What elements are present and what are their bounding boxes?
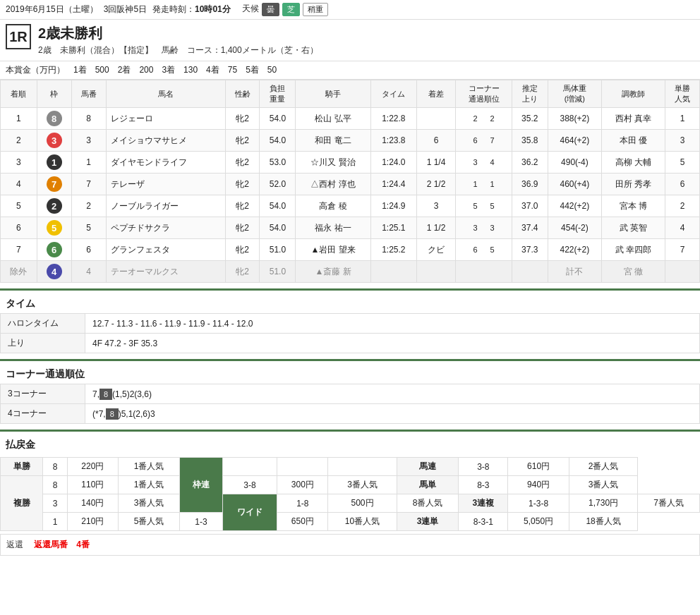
table-row: 7 6 6 グランフェスタ 牝2 51.0 ▲岩田 望来 1:25.2 クビ 6… xyxy=(1,239,700,261)
cell-horsenum: 7 xyxy=(71,173,106,195)
table-row: 除外 4 4 テーオーマルクス 牝2 51.0 ▲斎藤 新 計不 宮 徹 xyxy=(1,261,700,283)
cell-frame: 7 xyxy=(37,173,71,195)
agari-label: 上り xyxy=(1,334,85,353)
cell-weight: 51.0 xyxy=(260,239,296,261)
umatan-amount: 940円 xyxy=(508,476,569,494)
cell-horseweight: 460(+4) xyxy=(548,173,601,195)
wakuren-label: 枠連 xyxy=(180,458,222,513)
cell-trainer: 本田 優 xyxy=(602,130,665,152)
cell-trainer: 高柳 大輔 xyxy=(602,152,665,173)
cell-horsename: メイショウマサヒメ xyxy=(106,130,225,152)
col-odds: 単勝人気 xyxy=(665,80,700,108)
fukusho-num3: 1 xyxy=(43,513,68,531)
cell-margin xyxy=(416,261,455,283)
cell-horsenum: 6 xyxy=(71,239,106,261)
cell-time: 1:23.8 xyxy=(370,130,416,152)
umatan-num: 8-3 xyxy=(459,476,508,494)
fukusho-amount3: 210円 xyxy=(67,513,118,531)
umaren-label: 馬連 xyxy=(397,458,459,476)
race-title-section: 1R 2歳未勝利 2歳 未勝利（混合）【指定】 馬齢 コース：1,400メートル… xyxy=(0,20,700,61)
cell-horseweight: 442(+2) xyxy=(548,195,601,217)
race-number: 1R xyxy=(6,24,31,49)
cell-weight: 54.0 xyxy=(260,108,296,130)
prize-bar: 本賞金（万円） 1着 500 2着 200 3着 130 4着 75 5着 50 xyxy=(0,61,700,80)
cell-last3f: 37.3 xyxy=(512,239,548,261)
cell-trainer: 西村 真幸 xyxy=(602,108,665,130)
cell-horsename: ダイヤモンドライフ xyxy=(106,152,225,173)
weather-badge: 曇 xyxy=(262,3,279,16)
cell-horseweight: 464(+2) xyxy=(548,130,601,152)
race-title-text: 2歳未勝利 2歳 未勝利（混合）【指定】 馬齢 コース：1,400メートル（芝・… xyxy=(38,24,318,56)
cell-sexage: 牝2 xyxy=(225,130,260,152)
cell-time xyxy=(370,261,416,283)
wide-num1: 3-8 xyxy=(222,476,277,494)
cell-horsenum: 5 xyxy=(71,217,106,239)
corner4-value: (*7,8)5,1(2,6)3 xyxy=(85,404,700,424)
corner3-label: 3コーナー xyxy=(1,384,85,404)
table-row: 6 5 5 ペプチドサクラ 牝2 54.0 福永 祐一 1:25.1 1 1/2… xyxy=(1,217,700,239)
table-row: 2 3 3 メイショウマサヒメ 牝2 54.0 和田 竜二 1:23.8 6 6… xyxy=(1,130,700,152)
cell-trainer: 宮本 博 xyxy=(602,195,665,217)
cell-rank: 5 xyxy=(1,195,37,217)
cell-horsenum: 3 xyxy=(71,130,106,152)
fukusho-label: 複勝 xyxy=(1,476,43,531)
wide-amount3: 650円 xyxy=(277,513,328,531)
cell-frame: 1 xyxy=(37,152,71,173)
payout-table: 単勝 8 220円 1番人気 枠連 馬連 3-8 610円 2番人気 複勝 8 … xyxy=(0,457,700,531)
fukusho-amount1: 110円 xyxy=(67,476,118,494)
fukusho-pop3: 5番人気 xyxy=(118,513,180,531)
sanrenpuku-popularity: 7番人気 xyxy=(638,494,700,513)
sanrentan-label: 3連単 xyxy=(397,513,459,531)
fukusho-pop2: 3番人気 xyxy=(118,494,180,513)
cell-rank: 6 xyxy=(1,217,37,239)
cell-margin xyxy=(416,108,455,130)
cell-last3f: 37.0 xyxy=(512,195,548,217)
cell-time: 1:24.9 xyxy=(370,195,416,217)
cell-weight: 54.0 xyxy=(260,130,296,152)
cell-corner: 55 xyxy=(456,195,512,217)
fukusho-row3: 1 210円 5番人気 1-3 650円 10番人気 3連単 8-3-1 5,0… xyxy=(1,513,700,531)
prize-2nd: 2着 200 xyxy=(118,64,154,76)
cell-frame: 2 xyxy=(37,195,71,217)
table-row: 1 8 8 レジェーロ 牝2 54.0 松山 弘平 1:22.8 22 35.2… xyxy=(1,108,700,130)
col-corner: コーナー通過順位 xyxy=(456,80,512,108)
cell-frame: 6 xyxy=(37,239,71,261)
cell-trainer: 武 幸四郎 xyxy=(602,239,665,261)
return-label: 返還 xyxy=(6,540,23,549)
cell-rank: 2 xyxy=(1,130,37,152)
col-frame: 枠 xyxy=(37,80,71,108)
wide-num2: 1-8 xyxy=(277,494,328,513)
cell-last3f: 35.2 xyxy=(512,108,548,130)
cell-horsename: テーオーマルクス xyxy=(106,261,225,283)
cell-rank: 1 xyxy=(1,108,37,130)
wide-label: ワイド xyxy=(222,494,277,531)
corner3-value: 7,8(1,5)2(3,6) xyxy=(85,384,700,404)
cell-rank: 4 xyxy=(1,173,37,195)
results-table: 着順 枠 馬番 馬名 性齢 負担重量 騎手 タイム 着差 コーナー通過順位 推定… xyxy=(0,80,700,283)
col-margin: 着差 xyxy=(416,80,455,108)
cell-horseweight: 490(-4) xyxy=(548,152,601,173)
cell-jockey: ▲斎藤 新 xyxy=(296,261,371,283)
cell-last3f xyxy=(512,261,548,283)
cell-sexage: 牝2 xyxy=(225,152,260,173)
cell-margin: 6 xyxy=(416,130,455,152)
cell-jockey: ☆川又 賢治 xyxy=(296,152,371,173)
cell-odds: 6 xyxy=(665,173,700,195)
cell-horseweight: 454(-2) xyxy=(548,217,601,239)
cell-last3f: 35.8 xyxy=(512,130,548,152)
cell-corner: 33 xyxy=(456,217,512,239)
col-time: タイム xyxy=(370,80,416,108)
fukusho-row1: 複勝 8 110円 1番人気 3-8 300円 3番人気 馬単 8-3 940円… xyxy=(1,476,700,494)
cell-odds: 4 xyxy=(665,217,700,239)
race-session: 3回阪神5日 xyxy=(104,4,147,16)
cell-weight: 52.0 xyxy=(260,173,296,195)
fukusho-row2: 3 140円 3番人気 ワイド 1-8 500円 8番人気 3連複 1-3-8 … xyxy=(1,494,700,513)
header-bar: 2019年6月15日（土曜） 3回阪神5日 発走時刻：10時01分 天候 曇 芝… xyxy=(0,0,700,20)
corner3-highlight: 8 xyxy=(99,389,112,400)
corner-table: 3コーナー 7,8(1,5)2(3,6) 4コーナー (*7,8)5,1(2,6… xyxy=(0,384,700,424)
col-horsenum: 馬番 xyxy=(71,80,106,108)
cell-trainer: 武 英智 xyxy=(602,217,665,239)
cell-frame: 3 xyxy=(37,130,71,152)
table-row: 5 2 2 ノーブルライガー 牝2 54.0 高倉 稜 1:24.9 3 55 … xyxy=(1,195,700,217)
weather-badges: 天候 曇 芝 稍重 xyxy=(242,3,328,16)
